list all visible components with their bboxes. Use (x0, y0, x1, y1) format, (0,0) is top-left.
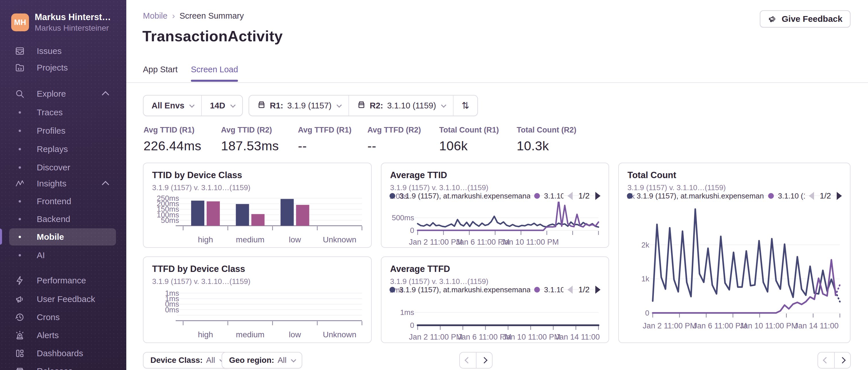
svg-text:Jan 2 11:00 PM: Jan 2 11:00 PM (409, 333, 462, 341)
legend-pager: 1/2 (567, 285, 600, 294)
give-feedback-label: Give Feedback (782, 14, 842, 24)
user-name: Markus Hinterst… (35, 12, 111, 22)
clock-history-icon (15, 312, 25, 322)
sidebar-item-user-feedback[interactable]: User Feedback (9, 291, 116, 308)
legend-item-r2[interactable]: 3.1.10 (544, 285, 563, 294)
metric-avg-ttfd-r1: Avg TTFD (R1) -- (298, 126, 351, 154)
sidebar-item-performance[interactable]: Performance (9, 272, 116, 289)
sidebar-item-label: Traces (37, 107, 63, 117)
sidebar-item-alerts[interactable]: Alerts (9, 327, 116, 344)
sidebar-item-label: Performance (37, 276, 86, 285)
svg-text:500ms: 500ms (392, 213, 414, 222)
chevron-right-icon (839, 357, 846, 364)
card-subtitle: 3.1.9 (1157) v. 3.1.10…(1159) (152, 183, 251, 192)
insights-icon (15, 179, 25, 189)
legend-pager: 1/2 (567, 191, 600, 201)
card-title: TTID by Device Class (152, 170, 242, 180)
release-1-value: 3.1.9 (1157) (287, 101, 332, 110)
issues-icon (15, 46, 25, 56)
sidebar-group-explore[interactable]: Explore (9, 85, 116, 102)
svg-text:Jan 2 11:00 PM: Jan 2 11:00 PM (643, 322, 696, 330)
bullet-icon (19, 254, 21, 257)
legend-dot-r1 (627, 193, 632, 199)
sidebar-item-projects[interactable]: Projects (9, 59, 116, 76)
card-title: Total Count (627, 170, 676, 180)
svg-text:Jan 2 11:00 PM: Jan 2 11:00 PM (409, 238, 462, 246)
legend-item-r1[interactable]: 3.1.9 (1157), at.markushi.expensemanage (399, 192, 530, 201)
megaphone-icon (15, 294, 25, 304)
chevron-down-icon (441, 102, 446, 107)
next-page-icon[interactable] (837, 192, 842, 200)
tables-pagination (459, 352, 493, 369)
sidebar-item-profiles[interactable]: Profiles (9, 122, 116, 139)
tab-screen-load[interactable]: Screen Load (191, 65, 238, 82)
chevron-down-icon (336, 102, 342, 107)
sidebar-item-label: Backend (37, 214, 70, 224)
legend-item-r2[interactable]: 3.1.10 (1 (778, 192, 805, 201)
sidebar-item-backend[interactable]: Backend (9, 210, 116, 228)
legend-item-r1[interactable]: 3.1.9 (1157), at.markushi.expensemanage (637, 192, 764, 201)
legend-dot-r1 (390, 287, 395, 293)
tabs-divider (126, 82, 868, 83)
sidebar-group-insights[interactable]: Insights (9, 175, 116, 192)
chevron-up-icon (102, 181, 109, 188)
release-1-select[interactable]: R1: 3.1.9 (1157) (249, 96, 348, 115)
legend-item-r2[interactable]: 3.1.10 (544, 192, 563, 201)
total-count-line-chart: 2k1k0Jan 2 11:00 PMJan 6 11:00 PMJan 10 … (624, 203, 846, 335)
sidebar-item-label: Issues (37, 46, 62, 56)
previous-page-icon[interactable] (567, 192, 572, 200)
give-feedback-button[interactable]: Give Feedback (760, 10, 850, 28)
next-page-icon[interactable] (595, 192, 600, 200)
sidebar-group-label: Insights (37, 179, 66, 189)
org-name: Markus Hintersteiner (35, 24, 111, 33)
chevron-left-icon (465, 357, 471, 364)
swap-arrows-icon: ⇅ (462, 100, 469, 111)
sidebar-item-mobile[interactable]: Mobile (9, 228, 116, 245)
chevron-right-icon: › (172, 11, 175, 21)
date-range-value: 14D (210, 101, 225, 110)
sidebar-item-label: Projects (37, 63, 68, 73)
dashboards-icon (15, 348, 25, 358)
previous-page-button[interactable] (459, 352, 476, 369)
charts-grid: TTID by Device Class 3.1.9 (1157) v. 3.1… (143, 163, 852, 346)
next-page-icon[interactable] (595, 286, 600, 294)
previous-page-icon[interactable] (567, 286, 572, 294)
org-user-switcher[interactable]: MH Markus Hinterst… Markus Hintersteiner (11, 12, 120, 33)
card-average-ttfd: Average TTFD 3.1.9 (1157) v. 3.1.10…(115… (381, 257, 609, 343)
metric-value: -- (298, 138, 351, 154)
previous-page-icon[interactable] (809, 192, 814, 200)
releases-icon (15, 366, 25, 370)
next-page-button[interactable] (834, 352, 851, 369)
device-class-filter[interactable]: Device Class: All (143, 352, 231, 369)
environment-select[interactable]: All Envs (144, 96, 201, 115)
sidebar-item-frontend[interactable]: Frontend (9, 193, 116, 210)
svg-text:low: low (289, 235, 301, 244)
date-range-select[interactable]: 14D (201, 96, 242, 115)
sidebar-item-replays[interactable]: Replays (9, 140, 116, 158)
ttfd-device-class-bar-chart: 1ms1ms0ms0mshighmediumlowUnknown (148, 289, 368, 341)
sidebar-item-traces[interactable]: Traces (9, 104, 116, 121)
sidebar-item-discover[interactable]: Discover (9, 159, 116, 176)
sidebar-item-dashboards[interactable]: Dashboards (9, 345, 116, 362)
sidebar-item-issues[interactable]: Issues (9, 42, 116, 60)
metric-label: Avg TTID (R2) (221, 126, 279, 135)
release-2-select[interactable]: R2: 3.1.10 (1159) (348, 96, 453, 115)
sidebar-item-label: Dashboards (37, 348, 83, 358)
tab-app-start[interactable]: App Start (143, 65, 178, 82)
previous-page-button[interactable] (817, 352, 834, 369)
average-ttfd-line-chart: 1ms0Jan 2 11:00 PMJan 6 11:00 PMJan 10 1… (386, 297, 604, 342)
chevron-down-icon (230, 102, 236, 107)
sidebar-item-crons[interactable]: Crons (9, 309, 116, 326)
next-page-button[interactable] (476, 352, 493, 369)
legend-item-r1[interactable]: 3.1.9 (1157), at.markushi.expensemanage (399, 285, 530, 294)
svg-text:Jan 14 11:00: Jan 14 11:00 (555, 333, 600, 341)
breadcrumb-mobile-link[interactable]: Mobile (143, 11, 167, 21)
legend-dot-r1 (390, 193, 395, 199)
sidebar-item-label: Discover (37, 163, 70, 172)
swap-releases-button[interactable]: ⇅ (453, 96, 477, 115)
legend-dot-r2 (768, 193, 774, 199)
sidebar-item-ai[interactable]: AI (9, 247, 116, 264)
geo-region-filter[interactable]: Geo region: All (222, 352, 302, 369)
sidebar-item-releases[interactable]: Releases (9, 363, 116, 370)
package-icon (257, 100, 266, 111)
